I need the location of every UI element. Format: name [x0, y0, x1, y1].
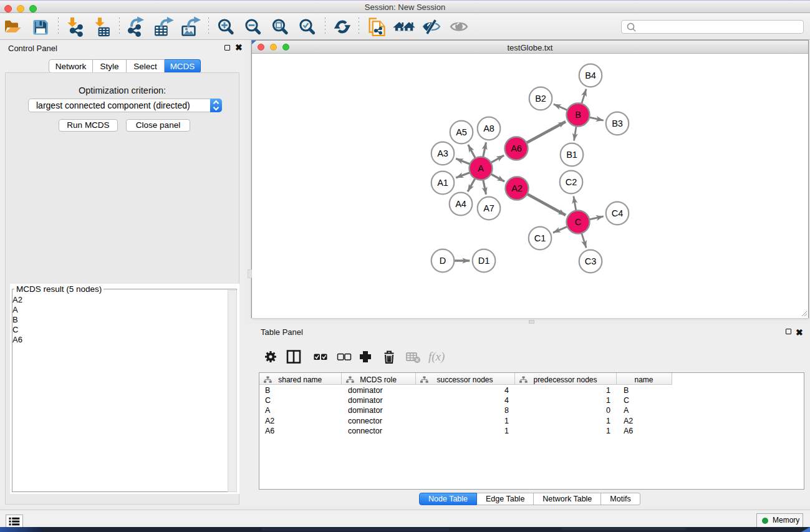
svg-text:A7: A7: [483, 203, 494, 213]
svg-text:f(x): f(x): [428, 350, 445, 364]
svg-text:B4: B4: [585, 70, 596, 80]
svg-text:C4: C4: [612, 208, 624, 218]
svg-text:C: C: [575, 217, 581, 227]
svg-text:A4: A4: [455, 199, 466, 209]
svg-text:A: A: [478, 163, 484, 173]
svg-text:B: B: [575, 110, 581, 120]
svg-text:B1: B1: [566, 150, 577, 160]
svg-text:B3: B3: [612, 118, 623, 128]
svg-text:D: D: [440, 256, 446, 266]
svg-text:A5: A5: [456, 127, 467, 137]
svg-text:D1: D1: [478, 256, 490, 266]
svg-text:B2: B2: [535, 94, 546, 104]
svg-text:C1: C1: [534, 233, 546, 243]
svg-text:A3: A3: [437, 148, 448, 158]
svg-text:A8: A8: [483, 123, 494, 133]
svg-text:A2: A2: [511, 183, 523, 193]
svg-text:C2: C2: [566, 177, 577, 187]
svg-text:C3: C3: [585, 256, 597, 266]
svg-text:A1: A1: [437, 178, 448, 188]
svg-text:A6: A6: [511, 143, 522, 153]
